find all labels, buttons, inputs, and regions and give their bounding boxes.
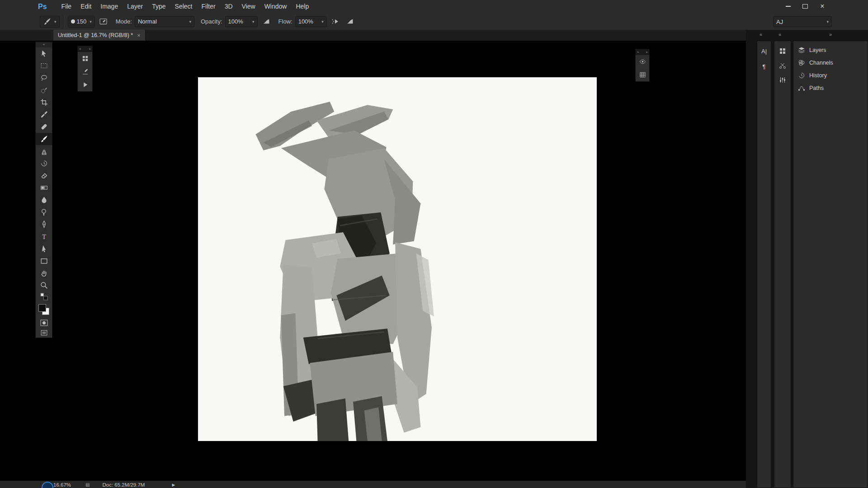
tool-clone-stamp[interactable] [36, 145, 52, 157]
character-panel-button[interactable]: A| [757, 45, 771, 57]
window-controls: × [781, 2, 829, 11]
menu-view[interactable]: View [237, 0, 260, 13]
collapse-icon[interactable]: » [79, 47, 81, 51]
tool-rectangle[interactable] [36, 255, 52, 267]
play-icon [82, 81, 89, 88]
close-icon[interactable]: × [89, 47, 91, 51]
color-swatches[interactable] [36, 302, 52, 318]
dock-column-type: A|¶ [757, 41, 771, 488]
document-size-info: Doc: 65.2M/29.7M [102, 482, 145, 488]
tool-zoom[interactable] [36, 279, 52, 291]
brush-panel-toggle-button[interactable] [98, 16, 109, 27]
restore-button[interactable] [798, 2, 812, 11]
canvas[interactable] [198, 77, 597, 441]
menu-type[interactable]: Type [147, 0, 170, 13]
restore-icon [802, 4, 808, 9]
status-options-arrow[interactable]: ▶ [172, 483, 175, 487]
crop-icon [40, 99, 48, 106]
tool-blur[interactable] [36, 194, 52, 206]
menu-image[interactable]: Image [96, 0, 123, 13]
photoshop-logo: Ps [38, 3, 47, 11]
tool-lasso[interactable] [36, 72, 52, 84]
tool-path-selection[interactable] [36, 243, 52, 255]
tab-close-icon[interactable]: × [137, 32, 141, 39]
quick-mask-button[interactable] [36, 318, 52, 328]
default-colors-button[interactable] [36, 291, 52, 301]
opacity-select[interactable]: 100% ▾ [225, 16, 258, 27]
pasteboard: » × » × [0, 41, 868, 480]
menu-window[interactable]: Window [260, 0, 292, 13]
minimize-button[interactable] [781, 2, 795, 11]
document-tab[interactable]: Untitled-1 @ 16.7% (RGB/8) * × [53, 30, 146, 41]
zoom-icon [40, 282, 48, 289]
pressure-size-icon[interactable] [344, 16, 356, 27]
tool-dodge[interactable] [36, 206, 52, 218]
panel-button-history[interactable]: History [793, 69, 868, 82]
menu-file[interactable]: File [57, 0, 76, 13]
mini-bridge-button[interactable] [636, 55, 649, 68]
tool-spot-healing-brush[interactable] [36, 121, 52, 133]
flow-select[interactable]: 100% ▾ [295, 16, 327, 27]
collapse-panels-icon[interactable]: » [829, 32, 832, 37]
menu-help[interactable]: Help [291, 0, 313, 13]
tool-gradient[interactable] [36, 182, 52, 194]
main-menu: FileEditImageLayerTypeSelectFilter3DView… [57, 0, 314, 13]
menu-edit[interactable]: Edit [76, 0, 96, 13]
expand-panels-icon[interactable]: « [760, 32, 762, 37]
chevron-down-icon: ▾ [90, 19, 92, 24]
floating-panel-header[interactable]: » × [78, 46, 92, 52]
airbrush-toggle-icon[interactable] [330, 16, 341, 27]
svg-text:T: T [42, 233, 46, 240]
mode-select[interactable]: Normal ▾ [135, 16, 194, 27]
toolbar-grip[interactable]: » [36, 42, 52, 47]
zoom-level[interactable]: 16.67% [53, 482, 71, 488]
history-icon [797, 71, 806, 80]
panel-button-channels[interactable]: Channels [793, 56, 868, 69]
swatches-panel-button[interactable] [774, 45, 791, 57]
menu-select[interactable]: Select [170, 0, 197, 13]
tool-history-brush[interactable] [36, 157, 52, 169]
panel-button-layers[interactable]: Layers [793, 44, 868, 56]
flow-label: Flow: [278, 18, 292, 25]
tool-hand[interactable] [36, 267, 52, 279]
tool-rectangular-marquee[interactable] [36, 60, 52, 72]
chevron-down-icon: ▾ [189, 19, 191, 24]
pressure-opacity-icon[interactable] [260, 16, 272, 27]
panel-button-paths[interactable]: Paths [793, 82, 868, 94]
grid-view-button[interactable] [636, 68, 649, 81]
adjustments-panel-button[interactable] [774, 74, 791, 86]
collapse-icon[interactable]: » [637, 50, 639, 54]
clone-source-panel-button[interactable] [774, 59, 791, 72]
tool-horizontal-type[interactable]: T [36, 230, 52, 243]
close-icon[interactable]: × [646, 50, 648, 54]
tool-preset-button[interactable] [78, 65, 92, 78]
rectangle-icon [40, 257, 48, 265]
chevron-down-icon: ▾ [826, 19, 829, 24]
play-action-button[interactable] [78, 78, 92, 91]
history-brush-icon [40, 160, 48, 167]
tool-pen[interactable] [36, 218, 52, 230]
brush-preset-picker[interactable]: 150 ▾ [68, 16, 95, 28]
workspace-select[interactable]: AJ ▾ [773, 16, 832, 27]
floating-panel-header[interactable]: » × [636, 49, 649, 55]
tool-move[interactable] [36, 47, 52, 60]
menu-layer[interactable]: Layer [123, 0, 147, 13]
tool-eyedropper[interactable] [36, 108, 52, 121]
menu-3d[interactable]: 3D [220, 0, 237, 13]
tool-crop[interactable] [36, 96, 52, 108]
screen-mode-button[interactable] [36, 328, 52, 338]
expand-panels-icon[interactable]: « [778, 32, 781, 37]
paragraph-panel-button[interactable]: ¶ [757, 60, 771, 73]
type-icon: T [40, 233, 48, 240]
close-button[interactable]: × [816, 2, 829, 11]
foreground-color-swatch[interactable] [38, 304, 46, 312]
presets-button[interactable] [78, 52, 92, 65]
tool-quick-selection[interactable] [36, 84, 52, 96]
current-tool-chip[interactable]: ▾ [40, 16, 60, 28]
menu-filter[interactable]: Filter [197, 0, 220, 13]
floating-panel-left: » × [77, 46, 93, 92]
tool-eraser[interactable] [36, 169, 52, 182]
tool-brush[interactable] [36, 133, 52, 145]
brush-tip-icon [71, 19, 75, 23]
photoshop-window: Ps FileEditImageLayerTypeSelectFilter3DV… [0, 0, 868, 488]
